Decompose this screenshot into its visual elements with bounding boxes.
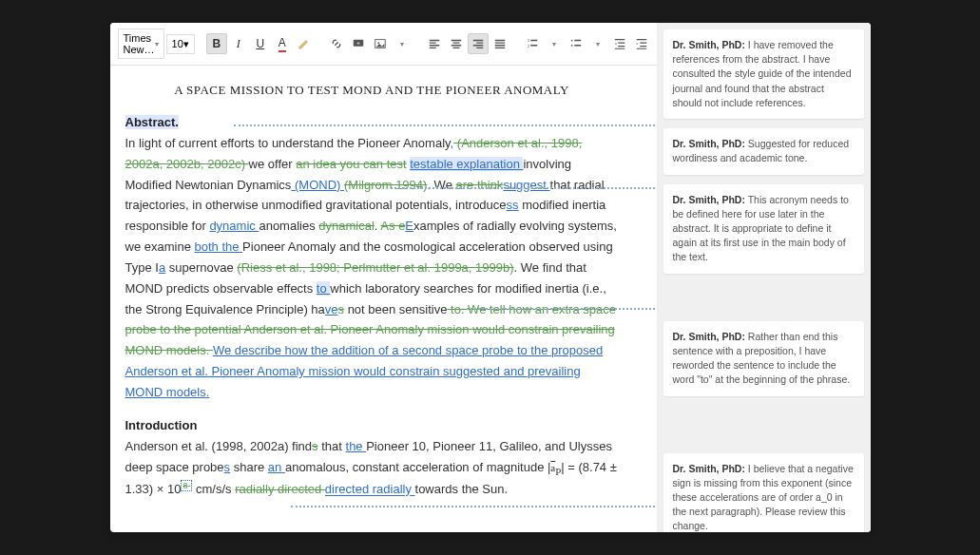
spacer bbox=[663, 406, 864, 453]
align-left-button[interactable] bbox=[424, 33, 445, 54]
font-color-button[interactable]: A bbox=[272, 33, 293, 54]
app-root: Times New… ▾ 10 ▾ B I U A bbox=[0, 0, 980, 555]
align-group bbox=[424, 33, 510, 54]
document-area[interactable]: A SPACE MISSION TO TEST MOND AND THE PIO… bbox=[110, 66, 657, 532]
font-family-select[interactable]: Times New… ▾ bbox=[118, 29, 164, 59]
svg-text:1: 1 bbox=[528, 38, 530, 43]
outdent-button[interactable] bbox=[609, 33, 630, 54]
image-button[interactable] bbox=[370, 33, 391, 54]
deletion: dynamical bbox=[318, 219, 375, 233]
comment-author: Dr. Smith, PhD: bbox=[673, 194, 745, 205]
image-icon bbox=[374, 37, 387, 50]
list-dropdown-2[interactable]: ▾ bbox=[587, 33, 608, 54]
formula: aP bbox=[550, 460, 561, 474]
highlight-button[interactable] bbox=[294, 33, 315, 54]
deletion: radially directed bbox=[235, 483, 325, 497]
svg-text:+: + bbox=[356, 39, 360, 46]
comment-card[interactable]: Dr. Smith, PhD: I believe that a negativ… bbox=[663, 453, 864, 533]
editor-window: Times New… ▾ 10 ▾ B I U A bbox=[110, 23, 871, 532]
numbered-list-icon: 12 bbox=[526, 37, 539, 50]
italic-button[interactable]: I bbox=[228, 33, 249, 54]
list-group: 12 ▾ ▾ bbox=[522, 33, 652, 54]
comment-card[interactable]: Dr. Smith, PhD: Rather than end this sen… bbox=[663, 321, 864, 396]
comment-card[interactable]: Dr. Smith, PhD: This acronym needs to be… bbox=[663, 184, 864, 274]
link-icon bbox=[330, 37, 343, 50]
comment-icon: + bbox=[352, 37, 365, 50]
indent-icon bbox=[635, 37, 648, 50]
list-dropdown-1[interactable]: ▾ bbox=[544, 33, 565, 54]
link-button[interactable] bbox=[326, 33, 347, 54]
insertion: E bbox=[405, 219, 413, 233]
svg-text:2: 2 bbox=[528, 44, 530, 48]
text-style-group: B I U A bbox=[206, 33, 315, 54]
comment-author: Dr. Smith, PhD: bbox=[673, 138, 745, 149]
align-right-icon bbox=[471, 37, 485, 50]
svg-point-3 bbox=[377, 42, 379, 44]
insertion: dynamic bbox=[209, 219, 259, 233]
deletion: an idea you can test bbox=[296, 157, 406, 171]
comment-card[interactable]: Dr. Smith, PhD: Suggested for reduced wo… bbox=[663, 128, 864, 174]
comment-button[interactable]: + bbox=[348, 33, 369, 54]
exponent-edit: 8- bbox=[181, 480, 192, 491]
indent-button[interactable] bbox=[631, 33, 652, 54]
numbered-list-button[interactable]: 12 bbox=[522, 33, 543, 54]
introduction-heading: Introduction bbox=[125, 418, 619, 432]
introduction-body[interactable]: Anderson et al. (1998, 2002a) finds that… bbox=[125, 436, 619, 501]
caret-down-icon: ▾ bbox=[155, 40, 159, 48]
insertion: suggest bbox=[503, 178, 549, 192]
comments-panel: Dr. Smith, PhD: I have removed the refer… bbox=[657, 23, 871, 532]
outdent-icon bbox=[613, 37, 626, 50]
deletion: (Riess et al., 1998; Perlmutter et al. 1… bbox=[237, 260, 513, 275]
insertion: (MOND) bbox=[291, 178, 344, 192]
align-justify-button[interactable] bbox=[490, 33, 510, 54]
insertion: the bbox=[346, 439, 367, 453]
image-dropdown[interactable]: ▾ bbox=[392, 33, 413, 54]
toolbar: Times New… ▾ 10 ▾ B I U A bbox=[110, 23, 657, 66]
bullet-list-icon bbox=[569, 37, 583, 50]
main-column: Times New… ▾ 10 ▾ B I U A bbox=[110, 23, 657, 532]
insertion: to bbox=[317, 281, 330, 296]
deletion: As e bbox=[380, 219, 405, 233]
insertion: ve bbox=[325, 302, 338, 316]
deletion: (Milgrom 1994) bbox=[344, 178, 427, 192]
comment-author: Dr. Smith, PhD: bbox=[673, 39, 745, 50]
document-title: A SPACE MISSION TO TEST MOND AND THE PIO… bbox=[125, 83, 619, 98]
align-center-button[interactable] bbox=[446, 33, 467, 54]
align-justify-icon bbox=[493, 37, 507, 50]
insertion: testable explanation bbox=[410, 157, 523, 171]
comment-connector bbox=[291, 506, 657, 507]
underline-button[interactable]: U bbox=[250, 33, 271, 54]
insertion: an bbox=[268, 460, 285, 474]
caret-down-icon: ▾ bbox=[183, 38, 189, 50]
svg-point-7 bbox=[571, 45, 573, 47]
deletion: are think bbox=[456, 178, 504, 192]
insertion: both the bbox=[194, 239, 242, 254]
font-size-select[interactable]: 10 ▾ bbox=[166, 34, 195, 54]
font-family-label: Times New… bbox=[124, 32, 155, 55]
comment-author: Dr. Smith, PhD: bbox=[673, 331, 745, 342]
align-right-button[interactable] bbox=[468, 33, 489, 54]
abstract-body[interactable]: In light of current efforts to understan… bbox=[125, 133, 619, 403]
highlighter-icon bbox=[298, 37, 311, 50]
bullet-list-button[interactable] bbox=[566, 33, 586, 54]
font-size-label: 10 bbox=[172, 38, 183, 49]
insertion: ss bbox=[507, 198, 519, 212]
comment-card[interactable]: Dr. Smith, PhD: I have removed the refer… bbox=[663, 29, 864, 119]
svg-point-6 bbox=[571, 40, 573, 42]
align-center-icon bbox=[450, 37, 463, 50]
insertion: directed radially bbox=[325, 483, 415, 497]
insert-group: + ▾ bbox=[326, 33, 413, 54]
comment-author: Dr. Smith, PhD: bbox=[673, 463, 745, 474]
bold-button[interactable]: B bbox=[206, 33, 227, 54]
align-left-icon bbox=[428, 37, 441, 50]
abstract-heading: Abstract. bbox=[125, 115, 619, 129]
spacer bbox=[663, 283, 864, 321]
